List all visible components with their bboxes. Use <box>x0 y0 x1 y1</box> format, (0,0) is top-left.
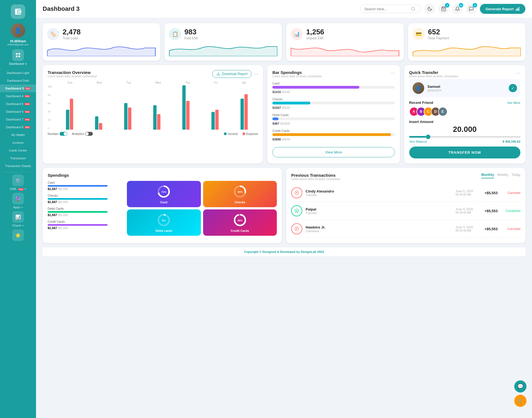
sidebar-item-dashboard-dark[interactable]: Dashboard Dark <box>0 77 36 84</box>
balance-label: Your Balance <box>409 140 427 143</box>
search-input[interactable] <box>364 7 409 11</box>
new-badge: New <box>24 126 30 129</box>
prev-tx-header: Previous Transactions Lorem ipsum dolor … <box>291 173 520 181</box>
chat-btn[interactable]: 5 <box>466 4 477 14</box>
spendings-title: Spendings <box>48 173 277 178</box>
recent-friend-row: Recent Friend See More <box>409 101 520 105</box>
float-cart-btn[interactable]: 🛒 <box>514 395 526 407</box>
stats-row: 🏷️ 2,478 Total Loan 📋 983 <box>43 23 525 61</box>
user-selected-icon: ✓ <box>509 84 517 92</box>
dashboard-label[interactable]: Dashboard ∨ <box>9 62 27 66</box>
overflow-menu-btn[interactable]: ··· <box>254 71 258 77</box>
stat-card-paid-emi: 📋 983 Paid EMI <box>165 23 282 61</box>
svg-rect-0 <box>16 53 18 55</box>
transfer-now-button[interactable]: TRANSFER NOW <box>409 147 520 158</box>
chart-legend: Number Analytics Income <box>48 132 258 136</box>
tx-type-2: Cashback <box>306 229 326 233</box>
sidebar-item-transaction[interactable]: Transaction <box>0 154 36 162</box>
new-badge: New <box>24 118 30 121</box>
cms-label: CMS New > <box>10 187 26 191</box>
bell-badge: 12 <box>459 3 463 7</box>
tx-amount-0: +$5,553 <box>481 191 498 195</box>
tx-item-1: Paipal Transfer June 4, 202005:34:45 AM … <box>291 202 520 220</box>
spendings-cash: Cash $1,567 /$5,000 <box>48 181 122 191</box>
legend-number: Number <box>48 132 67 136</box>
prev-tx-title: Previous Transactions <box>291 173 341 178</box>
stat-label-payment: Total Payment <box>428 36 449 40</box>
sidebar-item-dashboard-7[interactable]: Dashboard 7 New <box>0 116 36 123</box>
sidebar-item-dashboard-8[interactable]: Dashboard 8 New <box>0 123 36 131</box>
apps-label: Apps > <box>13 206 23 209</box>
spending-item-credit: Credit Cards $3890 /$4000 <box>272 129 395 142</box>
transaction-overview-subtitle: Lorem ipsum dolor sit amet, consectetur <box>48 75 97 78</box>
donut-cash: 71% Cash <box>127 181 201 207</box>
svg-text:96%: 96% <box>237 219 242 222</box>
spendings-card: Spendings Cash $1,567 /$5,000 Checks $1,… <box>43 168 282 243</box>
download-report-button[interactable]: Download Report <box>212 70 252 78</box>
tx-type-0: Transfer <box>306 193 334 197</box>
sidebar-item-dashboard-5[interactable]: Dashboard 5 New <box>0 100 36 108</box>
bell-icon <box>455 6 460 11</box>
svg-rect-1 <box>19 53 20 55</box>
amount-slider[interactable] <box>409 136 520 138</box>
bell-btn[interactable]: 12 <box>452 4 463 14</box>
selected-user-card: 👤 Samuel @sam224 ✓ <box>409 79 520 97</box>
transaction-overview-card: Transaction Overview Lorem ipsum dolor s… <box>43 65 263 163</box>
sidebar-item-invoices[interactable]: Invoices <box>0 139 36 147</box>
cms-icon-btn[interactable]: ⚙️ <box>12 175 24 186</box>
tab-row: Monthly Weekly Today <box>481 173 520 178</box>
bar-spendings-overflow-btn[interactable]: ··· <box>391 70 395 76</box>
tab-weekly[interactable]: Weekly <box>497 173 508 178</box>
insert-amount-label: Insert Amount <box>409 120 520 124</box>
balance-row: Your Balance $ 456,345.62 <box>409 140 520 143</box>
page-title: Dashboard 3 <box>43 5 357 12</box>
stat-icon-payment: 💳 <box>413 28 425 40</box>
stat-card-total-payment: 💳 652 Total Payment <box>408 23 526 61</box>
svg-rect-8 <box>518 7 519 11</box>
content-area: 🏷️ 2,478 Total Loan 📋 983 <box>36 18 532 418</box>
favorite-icon-btn[interactable]: ⭐ <box>12 229 24 241</box>
selected-user-name: Samuel <box>428 84 441 89</box>
spending-item-checks: Checks $1567 /$5000 <box>272 98 395 110</box>
sidebar-item-dashboard-3[interactable]: Dashboard 3 New <box>0 84 36 92</box>
footer: Copyright © Designed & Developed by Dexi… <box>43 247 525 256</box>
cart-btn[interactable]: 2 <box>438 4 449 14</box>
svg-rect-2 <box>16 56 18 57</box>
view-more-button[interactable]: View More <box>272 147 395 157</box>
selected-user-avatar: 👤 <box>413 82 424 94</box>
tx-status-0: Canceled <box>501 191 520 194</box>
apps-icon-btn[interactable]: 🔮 <box>12 193 24 204</box>
sidebar-item-cards-center[interactable]: Cards Center <box>0 147 36 154</box>
chat-icon <box>469 6 474 11</box>
quick-transfer-title: Quick Transfer <box>409 70 459 75</box>
tab-today[interactable]: Today <box>511 173 520 178</box>
float-support-btn[interactable]: 💬 <box>514 380 526 393</box>
see-more-link[interactable]: See More <box>507 101 520 104</box>
bar-spendings-list: Cash $1415 /$2000 Checks $1567 /$5000 De… <box>272 82 395 142</box>
generate-report-button[interactable]: Generate Report <box>480 4 525 14</box>
sidebar-logo <box>11 4 25 19</box>
sidebar-item-dashboard-6[interactable]: Dashboard 6 New <box>0 108 36 116</box>
tx-date-1: June 4, 202005:34:45 AM <box>456 207 478 214</box>
stat-icon-loan: 🏷️ <box>47 28 59 40</box>
quick-transfer-overflow-btn[interactable]: ··· <box>516 70 520 76</box>
stat-wave-paid <box>169 42 278 56</box>
sidebar-item-transaction-details[interactable]: Transaction Details <box>0 162 36 170</box>
main-content: Dashboard 3 2 12 5 Generate Report <box>36 0 532 418</box>
sidebar-item-dashboard-4[interactable]: Dashboard 4 New <box>0 92 36 100</box>
header: Dashboard 3 2 12 5 Generate Report <box>36 0 532 18</box>
username: Hi,William <box>10 39 26 43</box>
search-box[interactable] <box>360 5 421 13</box>
tab-monthly[interactable]: Monthly <box>481 173 494 178</box>
stat-value-loan: 2,478 <box>63 28 81 36</box>
sidebar-item-my-wallet[interactable]: My Wallet <box>0 131 36 139</box>
friend-avatar-4[interactable]: E <box>438 107 447 116</box>
moon-btn[interactable] <box>424 4 435 14</box>
stat-wave-loan <box>47 42 156 56</box>
legend-income: Income <box>224 132 238 135</box>
sidebar-item-dashboard-light[interactable]: Dashboard Light <box>0 69 36 77</box>
charts-icon-btn[interactable]: 📊 <box>12 211 24 223</box>
cart-icon <box>441 6 446 11</box>
stat-value-unpaid: 1,256 <box>306 28 324 36</box>
bar-spendings-title: Bar Spendings <box>272 70 322 75</box>
